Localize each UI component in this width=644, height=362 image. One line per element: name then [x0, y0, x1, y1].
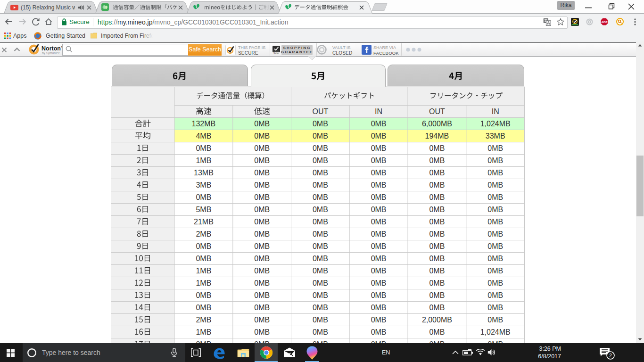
svg-text:2: 2 — [609, 353, 612, 358]
